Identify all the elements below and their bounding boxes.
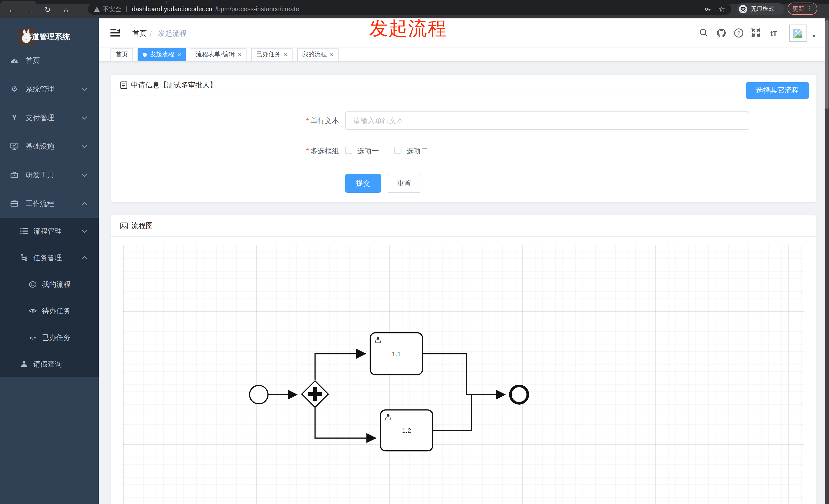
checkbox-option-2-label[interactable]: 选项二 xyxy=(406,147,428,156)
apply-card-title: 申请信息【测试多审批人】 xyxy=(131,80,217,90)
browser-menu-icon[interactable]: ⋮ xyxy=(806,5,813,12)
annotation-text: 发起流程 xyxy=(369,16,447,41)
eye-closed-icon xyxy=(29,333,37,342)
browser-reload-button[interactable]: ↻ xyxy=(42,5,53,15)
scrollbar-thumb[interactable] xyxy=(825,20,828,109)
sidebar-item-label: 任务管理 xyxy=(33,254,62,262)
tag-label: 发起流程 xyxy=(150,50,174,59)
flow-task2-join[interactable] xyxy=(433,395,471,430)
caret-down-icon[interactable]: ▼ xyxy=(812,34,816,39)
checkbox-option-1[interactable] xyxy=(345,147,352,154)
browser-active-tab[interactable] xyxy=(1,1,36,4)
sidebar-item-done-tasks[interactable]: 已办任务 xyxy=(0,324,99,351)
toolbox-icon xyxy=(10,171,19,179)
checkbox-option-2[interactable] xyxy=(394,147,401,154)
bookmark-star-icon[interactable]: ☆ xyxy=(718,5,725,14)
close-icon[interactable]: × xyxy=(330,51,333,57)
flow-task1-to-end[interactable] xyxy=(423,354,505,395)
avatar[interactable] xyxy=(789,25,806,42)
tree-icon xyxy=(20,254,28,262)
browser-forward-button[interactable]: → xyxy=(24,5,35,15)
dashboard-icon xyxy=(10,56,19,65)
close-icon[interactable]: × xyxy=(177,51,181,57)
submit-button[interactable]: 提交 xyxy=(345,174,381,193)
font-size-icon[interactable]: tT xyxy=(768,28,780,38)
search-icon[interactable] xyxy=(699,28,710,38)
sidebar-item-todo-tasks[interactable]: 待办任务 xyxy=(0,298,99,324)
choose-other-process-button[interactable]: 选择其它流程 xyxy=(746,82,809,99)
security-warning-icon xyxy=(94,7,100,12)
sidebar-item-dev-tools[interactable]: 研发工具 xyxy=(0,160,99,189)
browser-back-button[interactable]: ← xyxy=(6,5,17,15)
picture-icon xyxy=(120,222,128,229)
bpmn-diagram: 1.1 1.2 xyxy=(123,245,804,504)
monitor-icon xyxy=(10,142,19,150)
browser-update-button[interactable]: 更新 ⋮ xyxy=(788,3,817,15)
tag-label: 首页 xyxy=(116,50,128,59)
sidebar: 芋道管理系统 首页 ⚙ 系统管理 ¥ 支付管理 xyxy=(0,18,99,504)
tag-my-processes[interactable]: 我的流程 × xyxy=(297,48,338,61)
checkbox-option-1-label[interactable]: 选项一 xyxy=(358,147,379,156)
eye-icon xyxy=(29,307,37,315)
active-dot xyxy=(143,52,147,56)
key-icon[interactable] xyxy=(704,6,711,13)
bpmn-canvas[interactable]: 1.1 1.2 xyxy=(123,245,804,504)
tag-home[interactable]: 首页 xyxy=(110,48,133,61)
single-line-text-input[interactable] xyxy=(345,111,749,130)
flow-gateway-to-task1[interactable] xyxy=(315,354,366,380)
text-field-label: *单行文本 xyxy=(280,117,339,126)
sidebar-item-home[interactable]: 首页 xyxy=(0,46,99,75)
gear-icon: ⚙ xyxy=(10,85,19,93)
chevron-down-icon xyxy=(81,230,87,233)
address-bar[interactable]: 不安全 dashboard.yudao.iocoder.cn/bpm/proce… xyxy=(88,4,731,15)
sidebar-item-payment[interactable]: ¥ 支付管理 xyxy=(0,103,99,132)
apply-info-card: 申请信息【测试多审批人】 选择其它流程 *单行文本 *多选框组 选项一 选项二 … xyxy=(110,74,816,202)
sidebar-item-label: 基础设施 xyxy=(26,142,54,150)
github-icon[interactable] xyxy=(717,28,728,38)
sidebar-item-label: 我的流程 xyxy=(42,280,71,288)
sidebar-item-label: 工作流程 xyxy=(26,199,54,207)
sidebar-item-leave-query[interactable]: 请假查询 xyxy=(0,351,99,377)
reset-button[interactable]: 重置 xyxy=(387,174,422,193)
sidebar-item-process-management[interactable]: 流程管理 xyxy=(0,218,99,244)
sidebar-item-label: 待办任务 xyxy=(42,307,71,315)
breadcrumb-home[interactable]: 首页 xyxy=(133,29,147,38)
tag-form-edit[interactable]: 流程表单-编辑 × xyxy=(191,48,247,61)
broken-image-icon xyxy=(793,28,803,38)
chevron-down-icon xyxy=(81,145,87,148)
user-task-1-1-node[interactable]: 1.1 xyxy=(370,333,423,375)
robot-icon xyxy=(29,280,37,288)
scrollbar-track[interactable] xyxy=(825,18,829,504)
close-icon[interactable]: × xyxy=(284,51,287,57)
sidebar-item-task-management[interactable]: 任务管理 xyxy=(0,244,99,271)
tag-create-process[interactable]: 发起流程 × xyxy=(138,48,186,61)
diagram-card-title: 流程图 xyxy=(132,221,153,230)
flow-gateway-to-task2[interactable] xyxy=(315,408,376,438)
required-mark: * xyxy=(306,117,309,125)
sidebar-item-workflow[interactable]: 工作流程 xyxy=(0,189,99,218)
close-icon[interactable]: × xyxy=(238,51,241,57)
field-label-text: 单行文本 xyxy=(311,117,339,125)
security-label[interactable]: 不安全 xyxy=(103,5,121,13)
page-header: 首页 / 发起流程 ? tT xyxy=(99,18,829,47)
chevron-down-icon xyxy=(81,173,87,177)
fullscreen-icon[interactable] xyxy=(751,28,762,38)
tag-done-tasks[interactable]: 已办任务 × xyxy=(251,48,292,61)
start-event-node[interactable] xyxy=(250,385,268,404)
sidebar-toggle-icon[interactable] xyxy=(110,29,120,37)
sidebar-item-system[interactable]: ⚙ 系统管理 xyxy=(0,75,99,103)
sidebar-item-infrastructure[interactable]: 基础设施 xyxy=(0,132,99,160)
url-host[interactable]: dashboard.yudao.iocoder.cn xyxy=(132,6,212,13)
end-event-node[interactable] xyxy=(510,386,528,403)
diagram-card-header: 流程图 xyxy=(111,215,816,237)
browser-home-button[interactable]: ⌂ xyxy=(60,5,72,15)
url-path[interactable]: /bpm/process-instance/create xyxy=(215,6,299,13)
help-icon[interactable]: ? xyxy=(734,28,745,38)
chevron-down-icon xyxy=(81,87,87,91)
parallel-gateway-node[interactable] xyxy=(302,381,328,408)
tag-label: 流程表单-编辑 xyxy=(196,50,235,59)
list-icon xyxy=(20,227,28,235)
user-task-1-2-node[interactable]: 1.2 xyxy=(381,410,433,451)
incognito-badge: 无痕模式 xyxy=(737,3,784,15)
sidebar-item-my-processes[interactable]: 我的流程 xyxy=(0,271,99,298)
